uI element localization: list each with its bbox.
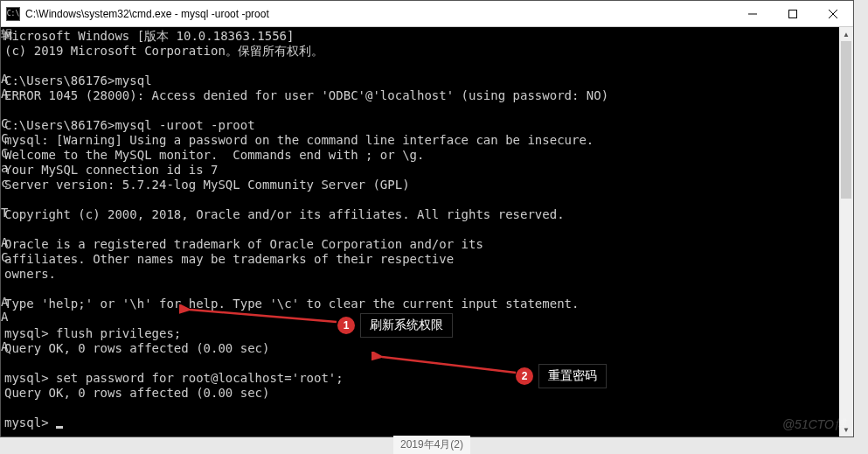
terminal-line: Oracle is a registered trademark of Orac…	[4, 237, 483, 251]
window-title: C:\Windows\system32\cmd.exe - mysql -uro…	[25, 8, 733, 20]
terminal-line: mysql> set password for root@localhost='…	[4, 371, 344, 385]
scroll-up-button[interactable]: ▲	[839, 27, 853, 41]
maximize-button[interactable]	[773, 1, 813, 26]
terminal-line: Copyright (c) 2000, 2018, Oracle and/or …	[4, 207, 565, 221]
terminal-line: C:\Users\86176>mysql -uroot -proot	[4, 118, 255, 132]
terminal-line: affiliates. Other names may be trademark…	[4, 252, 454, 266]
terminal-line: ERROR 1045 (28000): Access denied for us…	[4, 88, 608, 102]
maximize-icon	[788, 10, 797, 18]
window-controls	[733, 1, 853, 26]
terminal-line: owners.	[4, 267, 56, 281]
minimize-icon	[748, 10, 757, 18]
annotation-number: 1	[337, 317, 355, 334]
terminal-line: mysql>	[4, 416, 56, 430]
annotation-label: 重置密码	[538, 364, 607, 388]
arrow-icon	[372, 352, 520, 376]
scrollbar-thumb[interactable]	[841, 41, 851, 199]
svg-line-7	[382, 357, 516, 373]
svg-rect-1	[789, 10, 797, 17]
terminal-line: Welcome to the MySQL monitor. Commands e…	[4, 148, 424, 162]
terminal-line: Microsoft Windows [版本 10.0.18363.1556]	[4, 29, 294, 43]
annotation-2: 2 重置密码	[516, 364, 607, 388]
cursor	[56, 426, 63, 429]
terminal-line: Query OK, 0 rows affected (0.00 sec)	[4, 341, 269, 355]
terminal-line: mysql> flush privileges;	[4, 326, 181, 340]
cmd-icon: C:\	[6, 7, 20, 21]
terminal-line: C:\Users\86176>mysql	[4, 73, 152, 87]
terminal-line: Server version: 5.7.24-log MySQL Communi…	[4, 178, 410, 192]
terminal-line: Your MySQL connection id is 7	[4, 163, 218, 177]
minimize-button[interactable]	[733, 1, 773, 26]
svg-line-5	[190, 310, 337, 322]
background-text: 2019年4月(2)	[393, 436, 470, 454]
close-button[interactable]	[813, 1, 853, 26]
watermark: @51CTO博	[782, 417, 846, 433]
terminal-line: Query OK, 0 rows affected (0.00 sec)	[4, 386, 269, 400]
edge-fragment: 辑 A A C C C a c T A C A A A	[1, 27, 6, 354]
annotation-1: 1 刷新系统权限	[337, 313, 453, 338]
arrow-icon	[179, 304, 341, 325]
annotation-number: 2	[516, 367, 533, 385]
terminal-line: mysql: [Warning] Using a password on the…	[4, 133, 594, 147]
annotation-label: 刷新系统权限	[360, 313, 453, 338]
terminal-line: (c) 2019 Microsoft Corporation。保留所有权利。	[4, 44, 323, 58]
titlebar[interactable]: C:\ C:\Windows\system32\cmd.exe - mysql …	[1, 1, 853, 27]
scrollbar[interactable]: ▲ ▼	[839, 27, 853, 437]
close-icon	[829, 10, 837, 18]
